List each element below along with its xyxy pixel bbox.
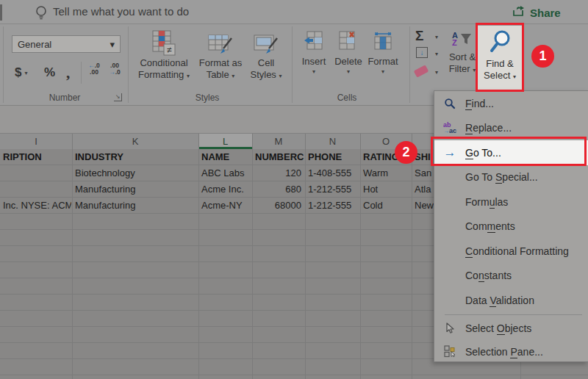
cell-O4[interactable]: Cold [361,198,411,214]
menu-item-label: Selection Pane... [465,346,543,358]
cell-M4[interactable]: 68000 [253,198,304,214]
divider [81,62,82,84]
number-group-label: Number [21,93,109,103]
chevron-down-icon: ▾ [110,39,115,50]
increase-decimal-button[interactable]: ←.0 .00 [85,62,104,76]
insert-cells-icon [303,28,325,53]
conditional-formatting-icon: ≠ [151,26,176,57]
sort-filter-icon: AZ [452,26,473,51]
menu-item-data-validation[interactable]: Data Validation [434,288,588,313]
format-cells-icon [371,28,395,53]
percent-icon: % [44,65,55,80]
currency-format-button[interactable]: $ ▾ [15,62,27,84]
cell-I4[interactable]: Inc. NYSE: ACM [1,198,71,214]
column-header-M[interactable]: M [252,134,305,149]
menu-item-label: Find... [465,98,494,109]
delete-cells-icon [337,28,359,53]
tell-me-input[interactable]: Tell me what you want to do [53,5,189,18]
menu-item-selection-pane[interactable]: Selection Pane... [434,340,588,364]
format-cells-button[interactable]: Format ▾ [366,28,400,75]
dollar-icon: $ [15,65,21,80]
cell-L4[interactable]: Acme-NY [199,198,251,214]
menu-item-select-objects[interactable]: Select Objects [434,317,588,340]
number-format-value: General [18,39,51,50]
cell-N3[interactable]: 1-212-555 [306,181,359,198]
insert-cells-button[interactable]: Insert ▾ [297,28,331,75]
search-icon [434,98,465,109]
chevron-down-icon: ▾ [347,68,350,75]
excel-window: Tell me what you want to do Share Genera… [0,0,588,379]
comma-icon: , [66,64,70,82]
group-separator [3,26,4,103]
svg-text:≠: ≠ [167,45,172,55]
menu-item-label: Formulas [465,196,508,208]
menu-item-label: Go To Special... [465,171,538,183]
conditional-formatting-button[interactable]: ≠ Conditional Formatting ▾ [137,26,190,91]
menu-separator [445,314,582,315]
chevron-down-icon: ▾ [24,70,27,76]
menu-item-go-to-special[interactable]: Go To Special... [434,165,588,190]
chevron-down-icon: ▾ [187,73,190,79]
cell-N2[interactable]: 1-408-555 [306,165,359,181]
column-header-L[interactable]: L [198,134,252,149]
chevron-down-icon: ▾ [435,69,438,76]
annotation-step-2: 2 [395,141,417,164]
cell-K3[interactable]: Manufacturing [73,181,198,198]
number-format-combobox[interactable]: General ▾ [12,35,121,53]
cell-L3[interactable]: Acme Inc. [199,181,251,198]
cell-N1[interactable]: PHONE [306,149,359,165]
menu-item-label: Conditional Formatting [465,245,569,257]
chevron-down-icon: ▾ [435,51,438,57]
column-header-I[interactable]: I [0,134,72,149]
fill-button[interactable]: ↓ [416,47,428,58]
menu-item-formulas[interactable]: Formulas [434,190,588,214]
cell-L1[interactable]: NAME [199,149,251,165]
number-dialog-launcher-icon[interactable]: ↘ [114,93,122,101]
cell-K1[interactable]: INDUSTRY [73,149,198,165]
menu-item-conditional-formatting[interactable]: Conditional Formatting [434,239,588,264]
chevron-down-icon: ▾ [279,73,282,79]
cell-L2[interactable]: ABC Labs [199,165,251,181]
delete-cells-button[interactable]: Delete ▾ [331,28,365,75]
column-header-N[interactable]: N [305,134,360,149]
annotation-box-find-select [476,23,524,92]
annotation-box-go-to [431,137,587,166]
tell-me-bar: Tell me what you want to do Share [0,0,588,24]
menu-item-find[interactable]: Find... [434,91,588,116]
annotation-step-1: 1 [531,45,554,68]
share-icon [512,4,526,21]
chevron-down-icon: ▾ [232,73,234,79]
share-button[interactable]: Share [512,3,573,22]
menu-item-constants[interactable]: Constants [434,264,588,289]
chevron-down-icon: ▾ [381,68,384,75]
share-label: Share [530,7,561,19]
cell-M1[interactable]: NUMBERC [253,149,304,165]
cell-K4[interactable]: Manufacturing [73,198,198,214]
chevron-down-icon: ▾ [312,68,315,75]
format-as-table-icon [207,26,234,57]
cell-N4[interactable]: 1-212-555 [306,198,359,214]
styles-group-label: Styles [163,93,251,103]
lightbulb-icon [34,4,49,24]
cell-O3[interactable]: Hot [361,181,411,198]
column-header-K[interactable]: K [72,134,198,149]
decrease-decimal-button[interactable]: .00 →.0 [105,62,124,76]
menu-item-label: Replace... [465,122,512,134]
cell-O2[interactable]: Warm [361,165,411,181]
cell-styles-button[interactable]: Cell Styles ▾ [240,26,293,91]
selection-pane-icon [434,345,465,358]
clear-button[interactable] [414,65,429,77]
cell-K2[interactable]: Biotechnology [73,165,198,181]
find-select-dropdown-menu: Find...ab→acReplace...→Go To...Go To Spe… [434,90,588,362]
menu-item-comments[interactable]: Comments [434,214,588,239]
menu-item-label: Comments [465,220,515,232]
percent-format-button[interactable]: % [44,62,55,84]
comma-format-button[interactable]: , [66,62,70,84]
cell-I1[interactable]: RIPTION [1,149,71,165]
menu-item-label: Select Objects [465,322,531,334]
cell-M2[interactable]: 120 [253,165,304,181]
menu-item-label: Constants [465,270,512,281]
autosum-button[interactable]: Σ [415,28,423,44]
cells-group-label: Cells [303,93,391,103]
cell-M3[interactable]: 680 [253,181,304,198]
